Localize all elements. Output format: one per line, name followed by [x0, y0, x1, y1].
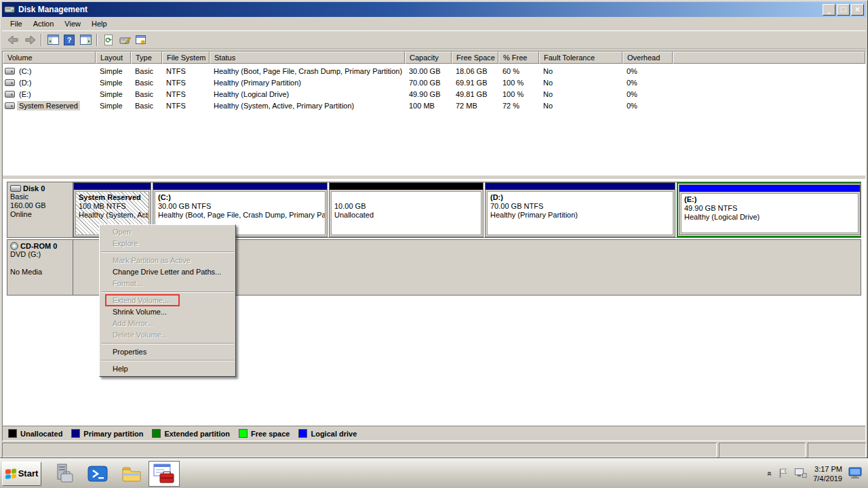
action-center-flag-icon[interactable]: [778, 468, 788, 480]
minimize-button[interactable]: _: [823, 4, 835, 16]
volume-cell: (E:): [3, 89, 96, 99]
legend-label: Logical drive: [311, 430, 357, 438]
disk-management-app-icon: [4, 4, 15, 15]
partition-type-band: [679, 185, 860, 192]
column-header-capacity[interactable]: Capacity: [405, 52, 452, 64]
clock[interactable]: 3:17 PM 7/4/2019: [813, 464, 842, 483]
disk-info-line: No Media: [10, 268, 70, 277]
cell-file-system: NTFS: [162, 67, 210, 75]
cell-layout: Simple: [96, 79, 131, 87]
status-panel-right: [808, 443, 866, 458]
menu-action[interactable]: Action: [28, 18, 60, 30]
column-header-file-system[interactable]: File System: [162, 52, 210, 64]
volume-list: VolumeLayoutTypeFile SystemStatusCapacit…: [3, 52, 865, 176]
partition-type-band: [153, 183, 327, 190]
windows-explorer-icon[interactable]: [119, 462, 144, 486]
show-hidden-icons-icon[interactable]: »: [765, 471, 774, 476]
cell-overhead: 0%: [623, 79, 673, 87]
drive-icon: [5, 79, 15, 86]
column-header-fault-tolerance[interactable]: Fault Tolerance: [539, 52, 623, 64]
desktop: Disk Management _ □ × FileActionViewHelp…: [0, 0, 868, 488]
menu-item-change-drive-letter-and-paths[interactable]: Change Drive Letter and Paths...: [100, 266, 235, 278]
legend-swatch: [152, 429, 161, 438]
back-icon[interactable]: [5, 33, 22, 47]
network-icon[interactable]: [794, 468, 807, 480]
powershell-icon[interactable]: [85, 462, 111, 486]
menu-view[interactable]: View: [59, 18, 86, 30]
volume-name: (D:): [17, 78, 33, 87]
column-header-volume[interactable]: Volume: [3, 52, 96, 64]
disk-settings-icon[interactable]: ✱: [133, 33, 149, 47]
display-monitor-icon[interactable]: [848, 466, 863, 481]
column-header-free[interactable]: % Free: [498, 52, 539, 64]
menu-help[interactable]: Help: [86, 18, 113, 30]
show-action-pane-icon[interactable]: [77, 33, 94, 47]
windows-logo-icon: [5, 468, 16, 479]
cell-fault-tolerance: No: [539, 102, 623, 110]
toolbar-separator: [41, 34, 42, 46]
rescan-disks-icon[interactable]: [117, 33, 133, 47]
table-row-d[interactable]: (D:)SimpleBasicNTFSHealthy (Primary Part…: [3, 77, 865, 88]
table-row-system-reserved[interactable]: System ReservedSimpleBasicNTFSHealthy (S…: [3, 100, 865, 111]
partition-size: 49.90 GB NTFS: [684, 204, 855, 213]
menu-item-open: Open: [100, 226, 235, 238]
disk-name: Disk 0: [23, 184, 45, 192]
legend-label: Free space: [251, 430, 290, 438]
context-menu: OpenExploreMark Partition as ActiveChang…: [99, 224, 236, 377]
disk-management-task-button[interactable]: [149, 461, 180, 487]
cell-layout: Simple: [96, 102, 131, 110]
disk-name-line: CD-ROM 0: [10, 242, 70, 250]
forward-icon[interactable]: [22, 33, 38, 47]
column-header-type[interactable]: Type: [131, 52, 162, 64]
disk-name: CD-ROM 0: [20, 242, 57, 250]
table-row-c[interactable]: (C:)SimpleBasicNTFSHealthy (Boot, Page F…: [3, 65, 865, 77]
system-tray: » 3:17 PM 7/4/2019: [767, 464, 866, 483]
partition-e[interactable]: (E:)49.90 GB NTFSHealthy (Logical Drive): [679, 184, 861, 235]
cell-capacity: 49.90 GB: [405, 90, 452, 98]
partition-unallocated[interactable]: 10.00 GBUnallocated: [329, 182, 484, 237]
partition-d[interactable]: (D:)70.00 GB NTFSHealthy (Primary Partit…: [485, 182, 675, 237]
clock-date: 7/4/2019: [813, 474, 842, 483]
partition-size: 100 MB NTFS: [79, 202, 146, 211]
window-title: Disk Management: [18, 5, 87, 14]
disk-label-disk-0[interactable]: Disk 0Basic160.00 GBOnline: [7, 182, 73, 237]
menu-item-shrink-volume[interactable]: Shrink Volume...: [100, 306, 235, 318]
cell-overhead: 0%: [623, 67, 673, 75]
svg-text:?: ?: [67, 36, 72, 44]
annotation-highlight: [105, 294, 180, 306]
cell-fault-tolerance: No: [539, 90, 623, 98]
partition-type-band: [486, 183, 675, 190]
menu-separator: [101, 291, 234, 293]
disk-label-cd-rom-0[interactable]: CD-ROM 0DVD (G:)No Media: [7, 240, 73, 295]
maximize-button[interactable]: □: [837, 4, 850, 16]
start-button[interactable]: Start: [2, 462, 41, 486]
menu-item-help[interactable]: Help: [100, 363, 235, 375]
column-header-status[interactable]: Status: [210, 52, 405, 64]
refresh-icon[interactable]: ⟳: [100, 33, 117, 47]
column-header-free-space[interactable]: Free Space: [452, 52, 498, 64]
partition-name: (D:): [490, 192, 670, 202]
menu-item-extend-volume: Extend Volume...: [100, 295, 235, 306]
clock-time: 3:17 PM: [813, 464, 842, 474]
close-button[interactable]: ×: [851, 4, 864, 16]
cell-file-system: NTFS: [162, 90, 210, 98]
menu-file[interactable]: File: [5, 18, 28, 30]
show-console-tree-icon[interactable]: [45, 33, 61, 47]
disk-info-line: 160.00 GB: [10, 201, 70, 210]
table-row-e[interactable]: (E:)SimpleBasicNTFSHealthy (Logical Driv…: [3, 88, 865, 100]
cell-capacity: 30.00 GB: [405, 67, 452, 75]
disk-info-line: Online: [10, 210, 70, 219]
status-panel-mid: [719, 443, 806, 458]
toolbar: ? ⟳ ✱: [2, 30, 866, 49]
cell-pct-free: 100 %: [498, 79, 539, 87]
column-header-layout[interactable]: Layout: [96, 52, 131, 64]
drive-icon: [5, 68, 15, 75]
menu-item-properties[interactable]: Properties: [100, 346, 235, 358]
toolbar-separator: [96, 34, 98, 46]
quick-launch: [51, 462, 144, 486]
column-header-overhead[interactable]: Overhead: [623, 52, 673, 64]
legend-item-extended-partition: Extended partition: [152, 429, 230, 438]
help-icon[interactable]: ?: [61, 33, 77, 47]
server-manager-icon[interactable]: [51, 462, 77, 486]
legend-item-unallocated: Unallocated: [8, 429, 62, 438]
